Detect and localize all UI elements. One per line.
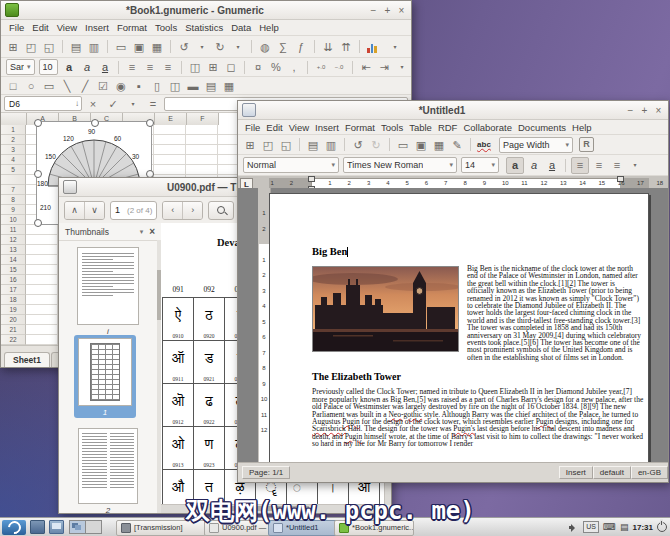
scrollbar-widget-icon[interactable]: ▯ (149, 78, 165, 94)
slider-widget-icon[interactable]: ▬ (185, 78, 201, 94)
history-up-button[interactable]: ∧ (65, 202, 84, 219)
page-number-input[interactable] (115, 205, 127, 215)
big-ben-photo[interactable] (312, 266, 459, 352)
menu-help[interactable]: Help (569, 122, 595, 133)
hyperlink-globe-icon[interactable]: ◍ (257, 39, 273, 55)
frame-icon[interactable]: ▭ (113, 39, 129, 55)
resize-handle[interactable] (34, 219, 42, 227)
print-preview-icon[interactable]: ▥ (323, 137, 339, 153)
show-desktop-icon[interactable] (49, 520, 64, 534)
sort-descending-icon[interactable]: ⇈ (338, 39, 354, 55)
row-header[interactable]: 10 (1, 215, 26, 225)
align-right-icon[interactable]: ≡ (160, 59, 176, 75)
redo-icon[interactable]: ↻ (368, 137, 384, 153)
ellipse-tool-icon[interactable]: ○ (23, 78, 39, 94)
save-file-icon[interactable]: ◱ (278, 137, 294, 153)
spinbutton-widget-icon[interactable]: ◫ (167, 78, 183, 94)
maximize-button[interactable]: + (638, 105, 651, 116)
row-header[interactable]: 21 (1, 325, 26, 335)
history-down-button[interactable]: ∨ (84, 202, 104, 219)
volume-icon[interactable] (569, 522, 579, 532)
chevron-down-icon[interactable]: ▾ (140, 228, 144, 236)
keyboard-icon[interactable]: ⌨ (603, 522, 616, 532)
caret-down-icon[interactable]: ▾ (387, 39, 403, 55)
merge-cells-icon[interactable]: ⊞ (205, 59, 221, 75)
open-file-icon[interactable]: ◰ (23, 39, 39, 55)
close-sidebar-icon[interactable]: × (149, 226, 155, 237)
undo-icon[interactable]: ↺ (350, 137, 366, 153)
resize-handle[interactable] (91, 119, 99, 127)
thumbnail-page-i[interactable]: i (59, 247, 157, 336)
menu-table[interactable]: Table (406, 122, 435, 133)
menu-edit[interactable]: Edit (263, 122, 285, 133)
underline-icon[interactable]: a (544, 157, 560, 173)
radio-widget-icon[interactable]: ◉ (113, 78, 129, 94)
function-icon[interactable]: ƒ (293, 39, 309, 55)
copy-icon[interactable]: ▣ (131, 39, 147, 55)
caret-down-icon[interactable]: ▾ (394, 59, 410, 75)
menu-insert[interactable]: Insert (81, 22, 113, 33)
workspace-pager[interactable] (69, 520, 102, 534)
split-cells-icon[interactable]: ◻ (223, 59, 239, 75)
menu-view[interactable]: View (286, 122, 312, 133)
left-margin-marker[interactable] (308, 176, 315, 182)
menu-insert[interactable]: Insert (312, 122, 342, 133)
sort-ascending-icon[interactable]: ⇊ (320, 39, 336, 55)
row-header[interactable]: 7 (1, 185, 26, 195)
bold-icon[interactable]: a (61, 59, 77, 75)
font-combo[interactable]: Times New Roman▾ (343, 157, 457, 173)
align-left-icon[interactable]: ≡ (571, 157, 589, 174)
menu-data[interactable]: Data (227, 22, 255, 33)
checkbox-widget-icon[interactable]: ☑ (95, 78, 111, 94)
sum-icon[interactable]: ∑ (275, 39, 291, 55)
paste-icon[interactable]: ▦ (431, 137, 447, 153)
thumbnail-page-2[interactable]: 2 (59, 428, 157, 513)
bold-icon[interactable]: a (506, 157, 524, 174)
file-manager-launcher-icon[interactable] (30, 520, 45, 534)
row-header[interactable]: 9 (1, 205, 26, 215)
row-header[interactable] (1, 175, 26, 185)
clock[interactable]: 17:31 (633, 523, 653, 532)
menu-format[interactable]: Format (113, 22, 151, 33)
combo-widget-icon[interactable]: ▦ (221, 78, 237, 94)
menu-file[interactable]: File (242, 122, 263, 133)
row-header[interactable]: 5 (1, 165, 26, 175)
maximize-button[interactable]: + (381, 5, 394, 16)
formula-cancel-icon[interactable]: × (85, 96, 101, 112)
minimize-button[interactable]: − (624, 105, 637, 116)
print-icon[interactable]: ▤ (68, 39, 84, 55)
row-header[interactable]: 1 (1, 125, 26, 135)
chart-icon[interactable] (365, 41, 385, 53)
menu-format[interactable]: Format (342, 122, 378, 133)
row-header[interactable]: 18 (1, 295, 26, 305)
print-preview-icon[interactable]: ▥ (86, 39, 102, 55)
resize-handle[interactable] (34, 119, 42, 127)
abiword-titlebar[interactable]: *Untitled1 − + × (238, 101, 668, 120)
workspace-1[interactable] (70, 521, 85, 533)
font-size-combo[interactable]: 14▾ (461, 157, 499, 173)
row-header[interactable]: 12 (1, 235, 26, 245)
row-header[interactable]: 22 (1, 335, 26, 345)
save-file-icon[interactable]: ◱ (41, 39, 57, 55)
merge-center-icon[interactable]: ◫ (187, 59, 203, 75)
style-combo[interactable]: Normal▾ (243, 157, 339, 173)
row-header[interactable]: 14 (1, 255, 26, 265)
line-tool-icon[interactable]: ╲ (59, 78, 75, 94)
align-center-icon[interactable]: ≡ (591, 157, 607, 173)
decrease-indent-icon[interactable]: ⇤ (358, 59, 374, 75)
menu-view[interactable]: View (53, 22, 81, 33)
next-page-button[interactable]: › (182, 202, 202, 219)
spellcheck-icon[interactable]: abc (476, 137, 492, 153)
menu-file[interactable]: File (5, 22, 28, 33)
new-file-icon[interactable]: ⊞ (242, 137, 258, 153)
print-icon[interactable]: ▤ (305, 137, 321, 153)
sidebar-mode-label[interactable]: Thumbnails (59, 227, 140, 237)
increase-indent-icon[interactable]: ⇥ (376, 59, 392, 75)
new-file-icon[interactable]: ⊞ (5, 39, 21, 55)
percent-format-icon[interactable]: % (268, 59, 284, 75)
keyboard-layout-indicator[interactable]: US (583, 521, 599, 533)
row-header[interactable]: 17 (1, 285, 26, 295)
menu-help[interactable]: Help (255, 22, 283, 33)
button-widget-icon[interactable]: ▪ (131, 78, 147, 94)
menu-rdf[interactable]: RDF (435, 122, 461, 133)
